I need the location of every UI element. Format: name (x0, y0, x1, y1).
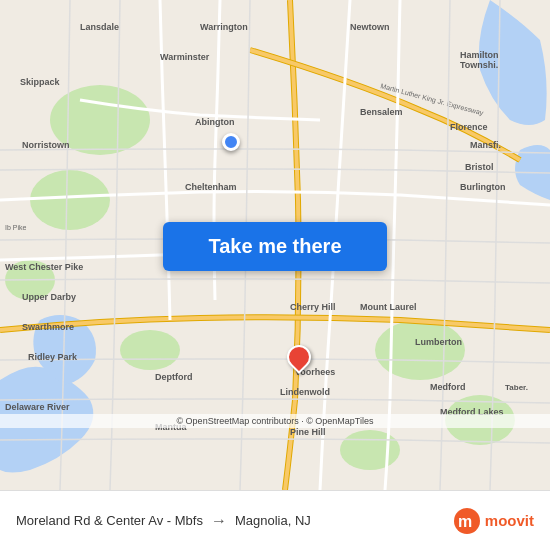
svg-text:Ib Pike: Ib Pike (5, 224, 27, 231)
svg-text:Ridley Park: Ridley Park (28, 352, 78, 362)
svg-text:Warrington: Warrington (200, 22, 248, 32)
footer-bar: Moreland Rd & Center Av - Mbfs → Magnoli… (0, 490, 550, 550)
svg-point-2 (120, 330, 180, 370)
svg-text:Newtown: Newtown (350, 22, 390, 32)
svg-text:Mansfi.: Mansfi. (470, 140, 501, 150)
svg-text:Hamilton: Hamilton (460, 50, 499, 60)
svg-text:Swarthmore: Swarthmore (22, 322, 74, 332)
svg-text:Skippack: Skippack (20, 77, 61, 87)
arrow-icon: → (211, 512, 227, 530)
svg-text:Florence: Florence (450, 122, 488, 132)
svg-text:Pine Hill: Pine Hill (290, 427, 326, 437)
svg-text:Lumberton: Lumberton (415, 337, 462, 347)
svg-text:Lindenwold: Lindenwold (280, 387, 330, 397)
svg-point-7 (340, 430, 400, 470)
svg-text:Taber.: Taber. (505, 383, 528, 392)
moovit-logo-icon: m (453, 507, 481, 535)
svg-text:Warminster: Warminster (160, 52, 210, 62)
svg-text:Cherry Hill: Cherry Hill (290, 302, 336, 312)
svg-text:Townshi.: Townshi. (460, 60, 498, 70)
svg-text:Delaware River: Delaware River (5, 402, 70, 412)
moovit-logo: m moovit (453, 507, 534, 535)
svg-text:Lansdale: Lansdale (80, 22, 119, 32)
map-attribution: © OpenStreetMap contributors · © OpenMap… (0, 414, 550, 428)
svg-text:Bristol: Bristol (465, 162, 494, 172)
svg-text:Medford: Medford (430, 382, 466, 392)
origin-label: Moreland Rd & Center Av - Mbfs (16, 513, 203, 528)
svg-text:Upper Darby: Upper Darby (22, 292, 76, 302)
svg-text:Cheltenham: Cheltenham (185, 182, 237, 192)
origin-marker (222, 133, 240, 151)
destination-marker (287, 345, 311, 369)
destination-label: Magnolia, NJ (235, 513, 311, 528)
svg-text:Norristown: Norristown (22, 140, 70, 150)
svg-point-3 (375, 320, 465, 380)
svg-point-1 (30, 170, 110, 230)
moovit-brand-text: moovit (485, 512, 534, 529)
route-info: Moreland Rd & Center Av - Mbfs → Magnoli… (16, 512, 453, 530)
svg-text:Mount Laurel: Mount Laurel (360, 302, 417, 312)
svg-text:m: m (458, 513, 472, 530)
svg-text:Bensalem: Bensalem (360, 107, 403, 117)
svg-text:Abington: Abington (195, 117, 235, 127)
map-container: Martin Luther King Jr. Expressway Skippa… (0, 0, 550, 490)
svg-text:Burlington: Burlington (460, 182, 506, 192)
svg-text:West Chester Pike: West Chester Pike (5, 262, 83, 272)
take-me-there-button[interactable]: Take me there (163, 222, 387, 271)
svg-text:Deptford: Deptford (155, 372, 193, 382)
